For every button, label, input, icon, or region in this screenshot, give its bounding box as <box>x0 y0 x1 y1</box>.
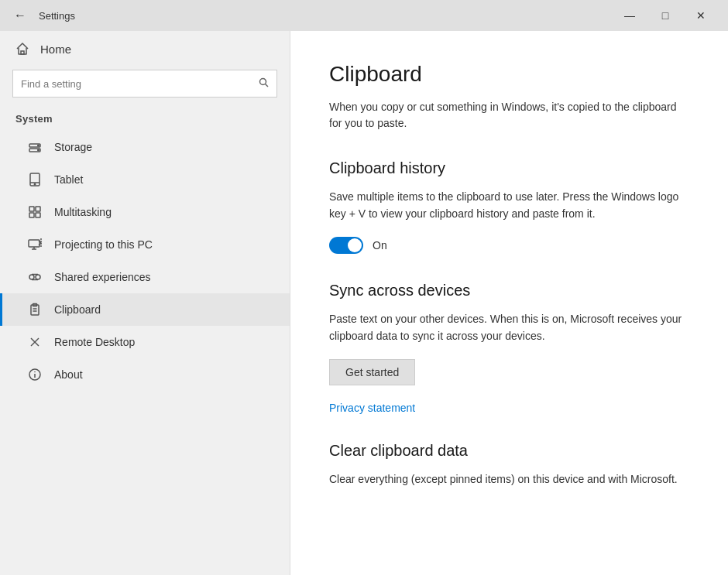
sidebar-item-projecting[interactable]: Projecting to this PC <box>0 228 290 261</box>
sidebar-item-home[interactable]: Home <box>0 31 290 67</box>
window-title: Settings <box>39 10 75 22</box>
svg-rect-10 <box>29 207 34 211</box>
sidebar-item-shared-experiences[interactable]: Shared experiences <box>0 261 290 293</box>
home-label: Home <box>40 43 71 56</box>
toggle-on-label: On <box>373 239 387 252</box>
minimize-button[interactable]: — <box>612 0 647 31</box>
search-input[interactable] <box>21 78 252 90</box>
sidebar-item-storage[interactable]: Storage <box>0 131 290 163</box>
svg-point-19 <box>36 275 40 279</box>
clipboard-label: Clipboard <box>54 303 101 316</box>
storage-label: Storage <box>54 141 92 153</box>
sidebar-item-clipboard[interactable]: Clipboard <box>0 293 290 326</box>
svg-point-5 <box>38 145 39 146</box>
close-button[interactable]: ✕ <box>683 0 719 31</box>
svg-line-27 <box>35 338 39 342</box>
shared-experiences-icon <box>28 270 42 284</box>
svg-point-9 <box>34 184 35 185</box>
about-label: About <box>54 368 83 381</box>
clipboard-icon <box>28 303 42 317</box>
sidebar-item-multitasking[interactable]: Multitasking <box>0 196 290 228</box>
toggle-knob <box>348 238 362 252</box>
remote-desktop-icon <box>28 335 42 349</box>
svg-line-28 <box>31 342 35 346</box>
clipboard-history-description: Save multiple items to the clipboard to … <box>329 188 689 223</box>
app-body: Home System Sto <box>0 31 728 575</box>
svg-point-6 <box>38 149 39 151</box>
svg-rect-13 <box>36 213 40 217</box>
svg-line-29 <box>35 342 39 346</box>
svg-point-1 <box>260 79 266 85</box>
sidebar-item-about[interactable]: About <box>0 358 290 391</box>
svg-rect-12 <box>29 213 34 217</box>
page-subtitle: When you copy or cut something in Window… <box>329 99 689 132</box>
svg-rect-14 <box>29 240 39 247</box>
tablet-icon <box>28 173 42 187</box>
maximize-button[interactable]: □ <box>647 0 683 31</box>
home-icon <box>15 42 29 56</box>
svg-point-32 <box>34 371 36 373</box>
sidebar-search-box[interactable] <box>12 70 277 98</box>
multitasking-icon <box>28 205 42 219</box>
clipboard-history-toggle-row: On <box>329 237 689 254</box>
page-title: Clipboard <box>329 62 689 87</box>
main-content: Clipboard When you copy or cut something… <box>290 31 728 575</box>
clear-clipboard-title: Clear clipboard data <box>329 442 689 460</box>
sidebar-item-remote-desktop[interactable]: Remote Desktop <box>0 326 290 358</box>
search-icon <box>259 77 269 90</box>
clipboard-history-title: Clipboard history <box>329 159 689 177</box>
tablet-label: Tablet <box>54 173 83 186</box>
privacy-statement-link[interactable]: Privacy statement <box>329 402 415 414</box>
multitasking-label: Multitasking <box>54 206 112 218</box>
back-button[interactable]: ← <box>9 5 31 26</box>
sidebar-item-tablet[interactable]: Tablet <box>0 163 290 196</box>
sidebar: Home System Sto <box>0 31 290 575</box>
title-bar: ← Settings — □ ✕ <box>0 0 728 31</box>
clear-clipboard-description: Clear everything (except pinned items) o… <box>329 471 689 488</box>
storage-icon <box>28 140 42 154</box>
window-controls: — □ ✕ <box>612 0 719 31</box>
shared-experiences-label: Shared experiences <box>54 271 151 283</box>
svg-point-18 <box>29 275 34 279</box>
sync-devices-title: Sync across devices <box>329 282 689 299</box>
sync-devices-description: Paste text on your other devices. When t… <box>329 310 689 345</box>
svg-line-26 <box>31 338 35 342</box>
remote-desktop-label: Remote Desktop <box>54 336 135 348</box>
svg-rect-0 <box>21 51 24 54</box>
about-icon <box>28 368 42 382</box>
system-section-label: System <box>0 110 290 131</box>
svg-rect-11 <box>36 207 40 211</box>
projecting-icon <box>28 238 42 252</box>
clipboard-history-toggle[interactable] <box>329 237 363 254</box>
svg-line-2 <box>266 84 269 87</box>
projecting-label: Projecting to this PC <box>54 238 153 251</box>
get-started-button[interactable]: Get started <box>329 359 415 385</box>
